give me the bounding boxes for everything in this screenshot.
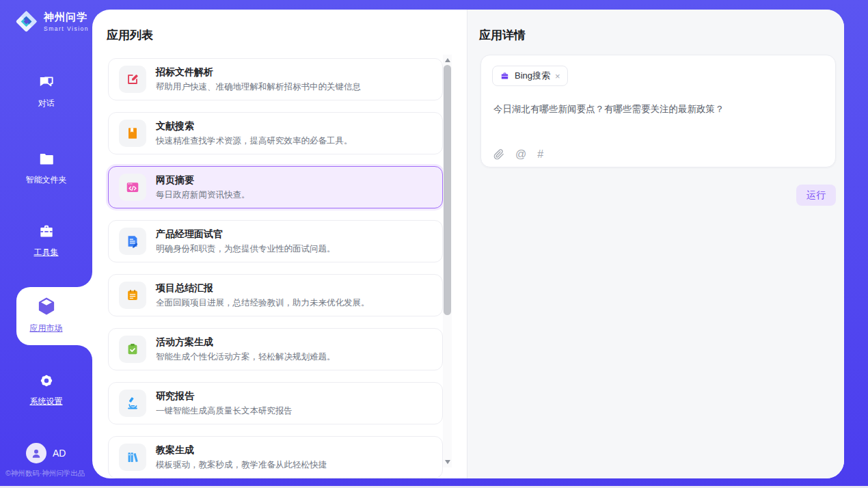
scroll-down-arrow-icon[interactable] (445, 460, 450, 464)
attachment-icon[interactable] (493, 149, 504, 160)
brand-name: 神州问学 (44, 11, 89, 24)
book-icon (119, 120, 146, 147)
tool-tag-label: Bing搜索 (515, 70, 550, 82)
app-desc: 快速精准查找学术资源，提高研究效率的必备工具。 (156, 135, 353, 147)
app-desc: 全面回顾项目进展，总结经验教训，助力未来优化发展。 (156, 297, 370, 309)
app-detail-panel: 应用详情 Bing搜索 × 今日湖北有哪些新闻要点？有哪些需要关注的最新政策？ … (467, 10, 844, 478)
app-card-pm-interviewer[interactable]: 产品经理面试官 明确身份和职责，为您提供专业性的面试问题。 (108, 220, 443, 262)
app-name: 文献搜索 (156, 120, 353, 133)
app-card-lesson-plan[interactable]: 教案生成 模板驱动，教案秒成，教学准备从此轻松快捷 (108, 436, 443, 478)
sidebar-item-label: 智能文件夹 (0, 174, 92, 186)
app-desc: 明确身份和职责，为您提供专业性的面试问题。 (156, 243, 336, 255)
gear-icon (38, 372, 55, 390)
app-desc: 模板驱动，教案秒成，教学准备从此轻松快捷 (156, 459, 327, 471)
person-icon (30, 447, 42, 459)
toolbox-icon (38, 223, 55, 241)
app-desc: 每日政府新闻资讯快查。 (156, 189, 250, 201)
cube-icon (36, 296, 57, 316)
app-name: 网页摘要 (156, 174, 250, 187)
app-desc: 智能生成个性化活动方案，轻松解决规划难题。 (156, 351, 336, 363)
app-name: 招标文件解析 (156, 66, 361, 79)
app-card-literature-search[interactable]: 文献搜索 快速精准查找学术资源，提高研究效率的必备工具。 (108, 112, 443, 154)
user-initials: AD (53, 448, 66, 459)
sidebar-item-label: 对话 (0, 98, 92, 109)
app-card-research-report[interactable]: 研究报告 一键智能生成高质量长文本研究报告 (108, 382, 443, 424)
prompt-input[interactable]: 今日湖北有哪些新闻要点？有哪些需要关注的最新政策？ (493, 103, 822, 116)
sidebar: 神州问学 Smart Vision 对话 智能文件夹 工具集 (0, 0, 92, 488)
app-card-project-summary[interactable]: 项目总结汇报 全面回顾项目进展，总结经验教训，助力未来优化发展。 (108, 274, 443, 316)
notepad-icon (119, 282, 146, 309)
mention-icon[interactable]: @ (515, 148, 526, 161)
sidebar-item-label: 系统设置 (0, 396, 92, 407)
sidebar-item-app-market[interactable]: 应用市场 (0, 296, 92, 334)
sidebar-item-toolset[interactable]: 工具集 (0, 223, 92, 258)
app-list-title: 应用列表 (107, 27, 153, 43)
brand-logo: 神州问学 Smart Vision (14, 9, 89, 34)
scroll-up-arrow-icon[interactable] (445, 58, 450, 62)
app-name: 研究报告 (156, 390, 293, 403)
run-button[interactable]: 运行 (796, 185, 836, 206)
main-window: 应用列表 招标文件解析 帮助用户快速、准确地理解和解析招标书中的关键信息 (92, 10, 844, 478)
app-name: 活动方案生成 (156, 336, 336, 349)
app-card-web-summary[interactable]: 网页摘要 每日政府新闻资讯快查。 (108, 166, 443, 208)
resume-icon (119, 228, 146, 255)
microscope-icon (119, 390, 146, 417)
sidebar-item-smart-folder[interactable]: 智能文件夹 (0, 150, 92, 186)
clipboard-check-icon (119, 336, 146, 363)
user-profile[interactable]: AD (26, 443, 66, 463)
app-desc: 一键智能生成高质量长文本研究报告 (156, 405, 293, 417)
app-card-event-plan[interactable]: 活动方案生成 智能生成个性化活动方案，轻松解决规划难题。 (108, 328, 443, 370)
sidebar-item-label: 应用市场 (0, 323, 92, 334)
brand-subtitle: Smart Vision (44, 25, 89, 32)
composer-toolbar: @ # (493, 148, 543, 161)
app-name: 项目总结汇报 (156, 282, 370, 295)
sidebar-item-chat[interactable]: 对话 (0, 74, 92, 109)
copyright-footer: ©神州数码·神州问学出品 (5, 469, 92, 478)
sidebar-item-label: 工具集 (0, 247, 92, 258)
briefcase-icon (500, 71, 510, 81)
app-list: 招标文件解析 帮助用户快速、准确地理解和解析招标书中的关键信息 文献搜索 快速精… (108, 58, 443, 478)
web-code-icon (119, 174, 146, 201)
folder-icon (38, 150, 55, 168)
chat-icon (38, 74, 55, 92)
hashtag-icon[interactable]: # (537, 148, 543, 161)
sidebar-item-settings[interactable]: 系统设置 (0, 372, 92, 407)
close-icon[interactable]: × (555, 72, 560, 81)
logo-diamond-icon (14, 9, 39, 34)
app-name: 教案生成 (156, 444, 327, 457)
scrollbar[interactable] (443, 55, 452, 467)
prompt-composer: Bing搜索 × 今日湖北有哪些新闻要点？有哪些需要关注的最新政策？ @ # (480, 55, 836, 167)
scrollbar-thumb[interactable] (444, 65, 451, 315)
books-icon (119, 444, 146, 471)
tool-tag-bing-search[interactable]: Bing搜索 × (492, 66, 568, 86)
app-name: 产品经理面试官 (156, 228, 336, 241)
app-detail-title: 应用详情 (479, 27, 526, 43)
avatar (26, 443, 46, 463)
edit-doc-icon (119, 66, 146, 93)
app-desc: 帮助用户快速、准确地理解和解析招标书中的关键信息 (156, 81, 361, 93)
app-card-bid-analysis[interactable]: 招标文件解析 帮助用户快速、准确地理解和解析招标书中的关键信息 (108, 58, 443, 100)
